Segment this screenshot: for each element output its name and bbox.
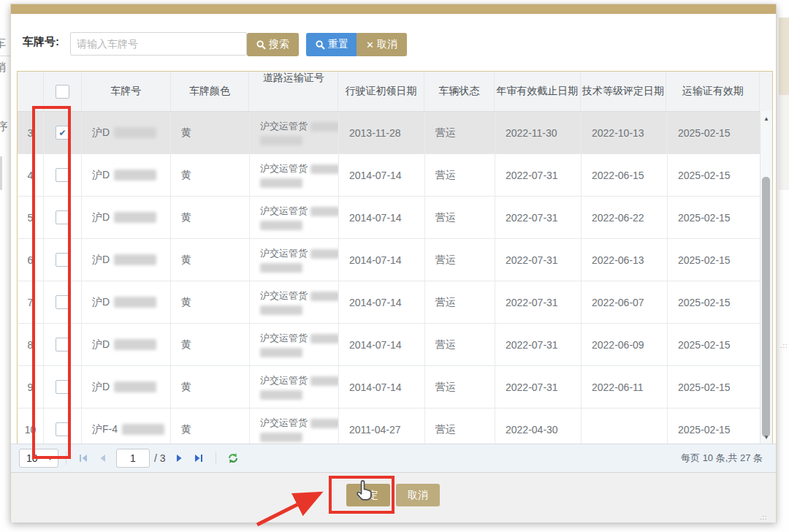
scroll-down-arrow-icon[interactable]: ▼ bbox=[761, 431, 772, 443]
cell-issue-date: 2014-07-14 bbox=[339, 281, 425, 323]
cell-plate-color: 黄 bbox=[171, 281, 250, 323]
row-checkbox[interactable] bbox=[56, 295, 69, 309]
cell-plate: 沪D bbox=[82, 281, 171, 323]
row-checkbox[interactable] bbox=[56, 380, 69, 394]
cell-annual-due: 2022-11-30 bbox=[495, 112, 582, 153]
redacted-cert bbox=[260, 390, 302, 400]
page-number-input[interactable] bbox=[116, 449, 150, 468]
cancel-search-button[interactable]: ✕ 取消 bbox=[357, 33, 407, 56]
refresh-button[interactable] bbox=[224, 449, 243, 468]
redacted-cert bbox=[310, 292, 339, 301]
row-checkbox[interactable] bbox=[56, 126, 69, 140]
cell-issue-date: 2014-07-14 bbox=[339, 366, 425, 408]
cell-plate: 沪D bbox=[82, 154, 171, 196]
last-page-button[interactable] bbox=[189, 449, 208, 468]
row-checkbox[interactable] bbox=[56, 422, 69, 436]
table-row[interactable]: 4 沪D 黄 沪交运管货 2014-07-14 营运 2022-07-31 20… bbox=[18, 154, 772, 197]
total-pages-label: / 3 bbox=[154, 452, 166, 464]
cancel-button-label: 取消 bbox=[377, 38, 397, 51]
cell-tech-date: 2022-06-09 bbox=[582, 324, 668, 365]
cell-annual-due: 2022-07-31 bbox=[495, 239, 582, 281]
row-checkbox[interactable] bbox=[56, 253, 69, 267]
table-row[interactable]: 7 沪D 黄 沪交运管货 2014-07-14 营运 2022-07-31 20… bbox=[18, 281, 772, 324]
cell-status: 营运 bbox=[425, 197, 495, 238]
cell-plate-color: 黄 bbox=[171, 112, 250, 153]
cell-valid-until: 2025-02-15 bbox=[668, 154, 761, 196]
reset-button[interactable]: 重置 bbox=[306, 33, 358, 56]
pagination-summary: 每页 10 条,共 27 条 bbox=[681, 452, 763, 465]
cancel-button[interactable]: 取消 bbox=[396, 484, 440, 506]
cell-plate: 沪D bbox=[82, 239, 171, 281]
resize-grip-icon: .:: bbox=[780, 342, 788, 349]
redacted-plate bbox=[114, 297, 156, 308]
cell-issue-date: 2014-07-14 bbox=[339, 239, 425, 281]
background-panel-fragment bbox=[779, 95, 789, 190]
cell-plate: 沪D bbox=[82, 112, 171, 153]
row-checkbox-cell bbox=[44, 239, 82, 281]
last-page-icon bbox=[194, 453, 204, 463]
row-number: 3 bbox=[18, 112, 44, 153]
redacted-plate bbox=[114, 127, 156, 138]
background-text-fragment: 车 bbox=[0, 37, 6, 50]
cell-annual-due: 2022-07-31 bbox=[495, 324, 582, 365]
table-scrollbar[interactable]: ▲ ▼ bbox=[760, 111, 772, 444]
plate-number-input[interactable] bbox=[70, 32, 247, 56]
cell-tech-date: 2022-06-22 bbox=[582, 197, 668, 238]
background-text-fragment: 序 bbox=[0, 120, 8, 134]
redacted-cert bbox=[260, 305, 302, 315]
page-size-select[interactable]: 10 ▼ bbox=[19, 449, 58, 468]
redacted-cert bbox=[260, 136, 302, 145]
first-page-button[interactable] bbox=[74, 449, 93, 468]
plate-prefix: 沪D bbox=[92, 169, 110, 182]
redacted-cert bbox=[310, 376, 339, 386]
header-status: 车辆状态 bbox=[424, 72, 495, 111]
background-fragment bbox=[0, 156, 2, 190]
row-checkbox[interactable] bbox=[56, 210, 69, 224]
table-row[interactable]: 3 沪D 黄 沪交运管货 2013-11-28 营运 2022-11-30 20… bbox=[18, 112, 772, 154]
scroll-up-arrow-icon[interactable]: ▲ bbox=[761, 113, 772, 124]
header-select-all bbox=[44, 72, 82, 111]
cell-status: 营运 bbox=[425, 281, 495, 323]
cell-cert-no: 沪交运管货 bbox=[250, 239, 339, 281]
cell-valid-until: 2025-02-15 bbox=[668, 112, 761, 153]
prev-page-button[interactable] bbox=[93, 449, 112, 468]
select-all-checkbox[interactable] bbox=[56, 85, 69, 99]
redacted-cert bbox=[260, 433, 302, 442]
cell-status: 营运 bbox=[425, 239, 495, 281]
modal-footer: 确定 取消 .:: bbox=[11, 472, 776, 522]
redacted-cert bbox=[310, 419, 339, 428]
redacted-cert bbox=[310, 122, 339, 132]
search-button-label: 搜索 bbox=[269, 38, 289, 51]
background-divider bbox=[0, 56, 10, 56]
row-checkbox-cell bbox=[44, 197, 82, 238]
divider bbox=[66, 452, 66, 465]
row-checkbox[interactable] bbox=[56, 338, 69, 352]
row-checkbox-cell bbox=[44, 112, 82, 153]
plate-prefix: 沪D bbox=[92, 254, 110, 267]
table-row[interactable]: 8 沪D 黄 沪交运管货 2014-07-14 营运 2022-07-31 20… bbox=[18, 324, 772, 366]
table-row[interactable]: 5 沪D 黄 沪交运管货 2014-07-14 营运 2022-07-31 20… bbox=[18, 197, 772, 239]
cell-plate-color: 黄 bbox=[171, 154, 250, 196]
table-row[interactable]: 6 沪D 黄 沪交运管货 2014-07-14 营运 2022-07-31 20… bbox=[18, 239, 772, 281]
screen: 车 销 序 .:: 车牌号: 搜索 重置 bbox=[0, 0, 789, 532]
cert-prefix: 沪交运管货 bbox=[260, 289, 308, 303]
table-row[interactable]: 9 沪D 黄 沪交运管货 2014-07-14 营运 2022-07-31 20… bbox=[18, 366, 772, 408]
cell-plate: 沪D bbox=[82, 324, 171, 365]
next-page-button[interactable] bbox=[170, 449, 189, 468]
row-checkbox[interactable] bbox=[56, 168, 69, 182]
header-tech-date: 技术等级评定日期 bbox=[581, 72, 667, 111]
plate-prefix: 沪D bbox=[92, 126, 110, 140]
cell-plate-color: 黄 bbox=[171, 366, 250, 408]
table-header-row: 车牌号 车牌颜色 道路运输证号 行驶证初领日期 车辆状态 年审有效截止日期 技术… bbox=[18, 72, 772, 112]
search-button[interactable]: 搜索 bbox=[247, 33, 299, 56]
redacted-cert bbox=[260, 348, 302, 357]
cert-prefix: 沪交运管货 bbox=[260, 374, 308, 387]
confirm-button[interactable]: 确定 bbox=[346, 484, 390, 506]
cell-cert-no: 沪交运管货 bbox=[250, 366, 339, 408]
cert-prefix: 沪交运管货 bbox=[260, 205, 308, 218]
plate-prefix: 沪D bbox=[92, 338, 110, 352]
scrollbar-thumb[interactable] bbox=[762, 177, 770, 437]
cell-status: 营运 bbox=[425, 112, 495, 153]
resize-grip-icon: .:: bbox=[760, 514, 768, 521]
cell-cert-no: 沪交运管货 bbox=[250, 112, 339, 153]
